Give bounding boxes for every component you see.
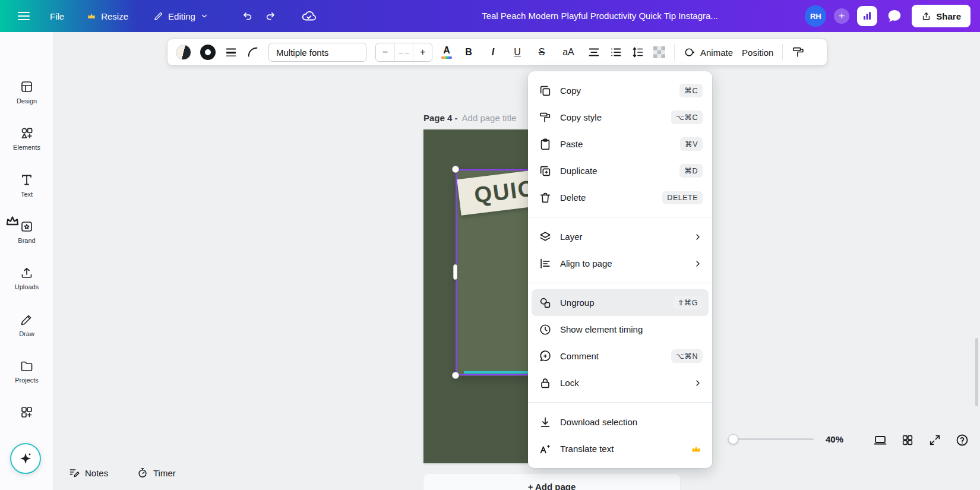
menu-item-show-element-timing[interactable]: Show element timing xyxy=(532,316,709,343)
shortcut-badge: ⌥⌘N xyxy=(671,349,703,363)
sidebar-item-design[interactable]: Design xyxy=(0,80,53,105)
sidebar-label: Draw xyxy=(19,330,34,337)
toolbar-divider xyxy=(782,44,783,61)
color-swatch-button[interactable] xyxy=(176,45,191,60)
copy-style-icon xyxy=(539,111,552,124)
save-status-button[interactable] xyxy=(301,8,317,24)
border-weight-button[interactable] xyxy=(225,46,238,59)
animate-button[interactable]: Animate xyxy=(684,46,733,58)
menu-divider xyxy=(528,283,712,283)
clock-icon xyxy=(539,323,552,336)
zoom-level[interactable]: 40% xyxy=(826,434,843,444)
copy-style-button[interactable] xyxy=(792,46,805,59)
transparency-button[interactable] xyxy=(653,46,665,58)
shortcut-badge: ⇧⌘G xyxy=(673,296,703,309)
sidebar-item-brand[interactable]: Brand xyxy=(0,219,53,244)
menu-item-comment[interactable]: Comment ⌥⌘N xyxy=(532,343,709,369)
paint-roller-icon xyxy=(792,46,805,59)
font-size-increase-button[interactable]: + xyxy=(413,43,432,61)
text-case-button[interactable]: aA xyxy=(558,44,578,61)
notes-button[interactable]: Notes xyxy=(68,467,108,479)
rainbow-underline xyxy=(441,56,452,59)
menu-item-label: Layer xyxy=(560,232,693,242)
redo-button[interactable] xyxy=(264,10,277,23)
sidebar-item-draw[interactable]: Draw xyxy=(0,312,53,337)
add-page-button[interactable]: + Add page xyxy=(423,474,680,490)
text-color-button[interactable]: A xyxy=(441,46,452,59)
list-button[interactable] xyxy=(609,46,622,59)
document-title[interactable]: Teal Peach Modern Playful Productivity Q… xyxy=(463,0,736,32)
fullscreen-button[interactable] xyxy=(927,432,943,448)
zoom-slider[interactable] xyxy=(728,438,814,440)
vertical-scrollbar[interactable] xyxy=(975,338,978,406)
menu-item-paste[interactable]: Paste ⌘V xyxy=(532,131,709,157)
menu-item-ungroup[interactable]: Ungroup ⇧⌘G xyxy=(532,289,709,316)
file-menu-button[interactable]: File xyxy=(50,11,64,21)
editing-mode-dropdown[interactable]: Editing xyxy=(153,11,208,21)
sidebar-item-uploads[interactable]: Uploads xyxy=(0,265,53,290)
sidebar-item-projects[interactable]: Projects xyxy=(0,359,53,384)
position-button[interactable]: Position xyxy=(742,48,773,58)
expand-icon xyxy=(928,434,941,447)
layers-icon xyxy=(539,230,552,244)
sidebar-item-text[interactable]: Text xyxy=(0,173,53,198)
sidebar-label: Text xyxy=(21,191,33,198)
sidebar-label: Projects xyxy=(15,377,39,384)
resize-button[interactable]: Resize xyxy=(87,11,128,21)
italic-button[interactable]: I xyxy=(485,44,501,61)
menu-divider xyxy=(528,402,712,403)
menu-item-layer[interactable]: Layer xyxy=(532,223,709,250)
avatar[interactable]: RH xyxy=(805,5,826,27)
undo-icon xyxy=(241,10,254,23)
undo-button[interactable] xyxy=(241,10,254,23)
menu-item-delete[interactable]: Delete DELETE xyxy=(532,184,709,211)
text-icon xyxy=(20,173,34,187)
menu-item-duplicate[interactable]: Duplicate ⌘D xyxy=(532,157,709,184)
resize-handle-top-left[interactable] xyxy=(452,166,459,173)
page-number-label[interactable]: Page 4 - xyxy=(423,113,458,123)
share-button[interactable]: Share xyxy=(912,5,970,27)
menu-item-copy[interactable]: Copy ⌘C xyxy=(532,77,709,104)
border-color-button[interactable] xyxy=(200,45,216,60)
line-curve-button[interactable] xyxy=(246,46,260,59)
speech-bubble-icon xyxy=(886,8,903,24)
sidebar-item-apps[interactable] xyxy=(0,405,53,423)
comment-plus-icon xyxy=(539,350,552,363)
insights-button[interactable] xyxy=(857,6,877,26)
page-title-input[interactable]: Add page title xyxy=(462,113,517,123)
menu-item-label: Ungroup xyxy=(560,298,673,308)
help-button[interactable] xyxy=(954,432,970,448)
grid-view-button[interactable] xyxy=(899,432,916,448)
bold-button[interactable]: B xyxy=(461,44,476,61)
spacing-button[interactable] xyxy=(631,46,644,59)
font-size-decrease-button[interactable]: − xyxy=(376,43,394,61)
sidebar-item-elements[interactable]: Elements xyxy=(0,126,53,151)
paste-icon xyxy=(539,138,552,151)
font-size-value[interactable]: – – xyxy=(394,43,414,61)
font-family-selector[interactable]: Multiple fonts xyxy=(268,43,366,62)
menu-item-translate-text[interactable]: Translate text xyxy=(532,435,709,462)
text-align-button[interactable] xyxy=(587,46,600,59)
magic-assistant-button[interactable] xyxy=(10,443,41,474)
timer-button[interactable]: Timer xyxy=(137,467,176,479)
pages-view-button[interactable] xyxy=(872,432,889,448)
resize-handle-left[interactable] xyxy=(453,264,457,280)
zoom-slider-handle[interactable] xyxy=(728,434,738,444)
download-icon xyxy=(539,416,552,429)
underline-button[interactable]: U xyxy=(510,44,525,61)
add-member-button[interactable]: + xyxy=(834,8,849,24)
menu-item-download-selection[interactable]: Download selection xyxy=(532,409,709,435)
grid-view-icon xyxy=(901,434,914,447)
menu-item-copy-style[interactable]: Copy style ⌥⌘C xyxy=(532,104,709,131)
share-icon xyxy=(921,11,931,21)
sidebar-label: Design xyxy=(17,97,37,105)
strikethrough-button[interactable]: S xyxy=(534,44,549,61)
menu-icon[interactable] xyxy=(18,12,30,20)
brand-icon xyxy=(20,219,34,233)
align-icon xyxy=(539,257,552,270)
help-icon xyxy=(955,433,969,447)
comments-button[interactable] xyxy=(885,7,904,26)
menu-item-align-to-page[interactable]: Align to page xyxy=(532,250,709,277)
menu-item-lock[interactable]: Lock xyxy=(532,369,709,396)
resize-handle-bottom-left[interactable] xyxy=(452,372,459,379)
